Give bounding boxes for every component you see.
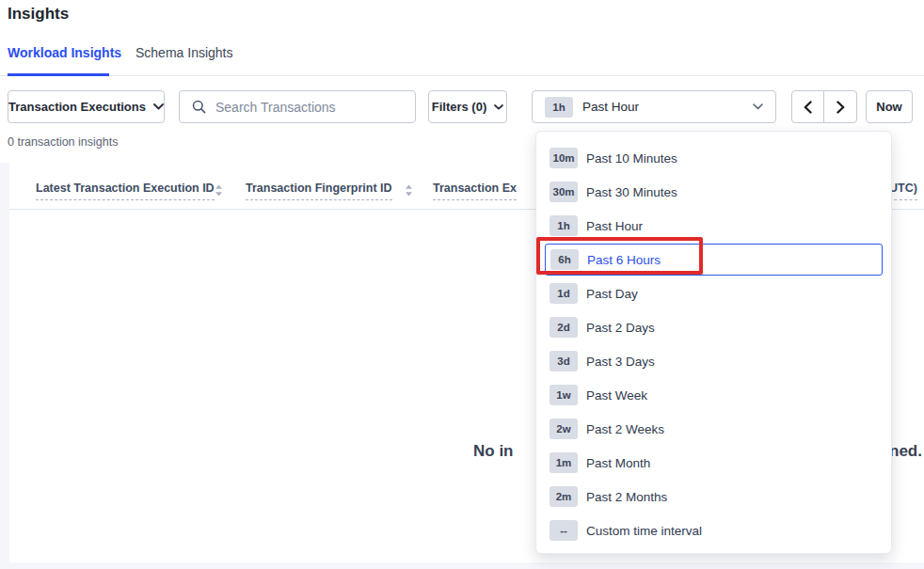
insight-type-select-label: Transaction Executions (8, 100, 146, 114)
time-range-select[interactable]: 1h Past Hour (532, 90, 776, 123)
time-option-badge: 2d (550, 317, 578, 338)
time-option-badge: 1w (550, 385, 578, 405)
search-input[interactable] (215, 100, 403, 115)
time-option-past-6-hours[interactable]: 6h Past 6 Hours (545, 244, 883, 276)
chevron-left-icon (804, 101, 812, 114)
time-option-past-month[interactable]: 1m Past Month (536, 446, 891, 480)
column-header-latest-transaction-execution-id[interactable]: Latest Transaction Execution ID (36, 182, 215, 200)
now-button[interactable]: Now (866, 90, 913, 123)
time-option-past-hour[interactable]: 1h Past Hour (536, 209, 891, 243)
time-option-past-2-days[interactable]: 2d Past 2 Days (536, 310, 891, 344)
next-time-button[interactable] (824, 91, 856, 122)
insight-type-select[interactable]: Transaction Executions (8, 90, 165, 123)
time-option-badge: 2m (550, 486, 578, 507)
empty-state-text-left: No in (473, 442, 514, 461)
column-header-transaction-fingerprint-id[interactable]: Transaction Fingerprint ID (246, 182, 392, 200)
empty-state-text-right: ned. (889, 442, 922, 461)
chevron-right-icon (836, 101, 845, 114)
time-option-past-3-days[interactable]: 3d Past 3 Days (536, 344, 891, 378)
time-option-past-2-weeks[interactable]: 2w Past 2 Weeks (536, 412, 891, 446)
time-option-badge: 1h (550, 215, 578, 236)
tab-schema-insights[interactable]: Schema Insights (135, 45, 233, 60)
time-option-badge: 10m (550, 148, 578, 168)
time-range-badge: 1h (545, 97, 573, 118)
filters-button[interactable]: Filters (0) (428, 90, 507, 123)
time-option-badge: 1m (550, 452, 578, 473)
time-option-badge: 2w (550, 419, 578, 439)
time-option-custom-interval[interactable]: -- Custom time interval (536, 514, 891, 547)
previous-time-button[interactable] (792, 91, 824, 122)
tab-workload-insights[interactable]: Workload Insights (8, 45, 121, 60)
sort-icon[interactable] (405, 184, 413, 197)
time-range-label: Past Hour (582, 100, 743, 114)
search-box[interactable] (179, 90, 416, 123)
time-option-badge: 3d (550, 351, 578, 371)
chevron-down-icon (753, 103, 763, 110)
active-tab-underline (8, 73, 109, 76)
time-option-badge: 6h (550, 249, 579, 270)
time-option-past-day[interactable]: 1d Past Day (536, 277, 891, 310)
time-range-dropdown: 10m Past 10 Minutes 30m Past 30 Minutes … (535, 131, 892, 554)
filters-button-label: Filters (0) (432, 100, 487, 114)
time-option-past-2-months[interactable]: 2m Past 2 Months (536, 480, 891, 514)
time-option-badge: -- (550, 520, 578, 541)
insights-count-summary: 0 transaction insights (8, 135, 118, 149)
time-option-badge: 1d (550, 283, 578, 304)
tabs-divider (0, 75, 924, 76)
search-icon (192, 100, 206, 114)
column-header-transaction-execution-truncated[interactable]: Transaction Ex (433, 182, 517, 200)
time-pager (791, 90, 857, 123)
chevron-down-icon (494, 104, 503, 110)
sort-icon[interactable] (215, 184, 223, 197)
time-option-past-30-minutes[interactable]: 30m Past 30 Minutes (536, 175, 891, 209)
page-title: Insights (8, 5, 69, 24)
time-option-past-10-minutes[interactable]: 10m Past 10 Minutes (536, 141, 891, 175)
time-option-badge: 30m (550, 182, 578, 202)
column-header-utc-truncated[interactable]: UTC) (889, 182, 917, 200)
chevron-down-icon (153, 103, 164, 110)
time-option-past-week[interactable]: 1w Past Week (536, 378, 891, 412)
